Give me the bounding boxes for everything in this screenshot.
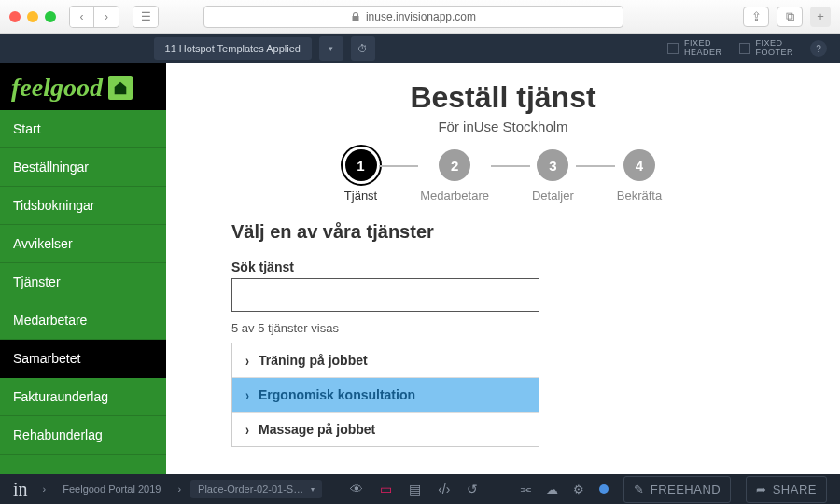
service-item[interactable]: ›Träning på jobbet [232,343,539,378]
sidebar-toggle-icon[interactable]: ☰ [133,7,158,27]
fixed-header-toggle[interactable]: FIXED HEADER [667,39,722,58]
build-mode-icon[interactable]: ▭ [380,482,392,497]
sidebar-item-start[interactable]: Start [0,110,166,148]
share-link-icon[interactable]: ⫘ [519,483,531,497]
service-item[interactable]: ›Ergonomisk konsultation [232,378,539,413]
traffic-lights [9,11,56,22]
breadcrumb-screen[interactable]: Place-Order-02-01-S… ▾ [190,480,322,498]
step-3[interactable]: 3Detaljer [532,149,574,203]
step-label: Detaljer [532,189,574,203]
service-label: Ergonomisk konsultation [259,387,415,402]
cloud-icon[interactable]: ☁ [546,483,558,497]
sidebar-item-beställningar[interactable]: Beställningar [0,148,166,187]
step-circle: 2 [439,149,470,181]
share-button[interactable]: ➦SHARE [746,476,827,503]
step-connector [491,165,530,167]
invision-bottom-bar: in › Feelgood Portal 2019 › Place-Order-… [0,474,840,504]
help-icon[interactable]: ? [810,40,827,57]
logo-text: feelgood [11,73,103,103]
invision-logo-icon[interactable]: in [13,479,28,500]
invision-top-right: FIXED HEADER FIXED FOOTER ? [667,39,827,58]
address-text: inuse.invisionapp.com [366,10,476,23]
logo[interactable]: feelgood [11,73,155,103]
address-bar[interactable]: inuse.invisionapp.com [203,6,623,28]
sidebar-item-rehabunderlag[interactable]: Rehabunderlag [0,416,166,455]
invision-hotspot-controls: 11 Hotspot Templates Applied ▾ ⏱ [154,36,375,61]
chevron-right-icon: › [245,385,249,404]
breadcrumb-project[interactable]: Feelgood Portal 2019 [55,480,168,498]
hotspot-templates-pill[interactable]: 11 Hotspot Templates Applied [154,37,312,60]
freehand-button[interactable]: ✎FREEHAND [623,476,731,503]
step-label: Medarbetare [420,189,489,203]
checkbox-icon [667,43,679,54]
mac-window-chrome: ‹ › ☰ inuse.invisionapp.com ⇪ ⧉ + [0,0,840,34]
back-button[interactable]: ‹ [70,7,94,27]
sidebar: feelgood StartBeställningarTidsbokningar… [0,63,166,474]
step-4[interactable]: 4Bekräfta [617,149,662,203]
tabs-icon[interactable]: ⧉ [777,7,803,27]
service-label: Träning på jobbet [259,353,368,368]
house-icon [108,76,133,100]
checkbox-icon [739,43,750,54]
breadcrumb-chevron-icon: › [43,483,47,495]
timer-icon[interactable]: ⏱ [351,36,375,61]
search-label: Sök tjänst [231,259,775,274]
comment-mode-icon[interactable]: ▤ [409,482,421,497]
bottom-right-icons: ⫘ ☁ ⚙ ✎FREEHAND ➦SHARE [519,476,827,503]
forward-button[interactable]: › [94,7,119,27]
step-circle: 4 [623,149,655,181]
logo-box: feelgood [0,63,166,110]
sidebar-item-tidsbokningar[interactable]: Tidsbokningar [0,187,166,225]
new-tab-button[interactable]: + [810,7,831,27]
step-circle: 1 [345,149,377,181]
history-mode-icon[interactable]: ↺ [467,482,478,497]
minimize-window-icon[interactable] [27,11,38,22]
status-dot-icon[interactable] [599,484,609,494]
app-frame: feelgood StartBeställningarTidsbokningar… [0,63,840,474]
share-icon[interactable]: ⇪ [743,7,769,27]
hotspot-dropdown-icon[interactable]: ▾ [319,36,343,61]
nav-back-forward: ‹ › [69,6,119,28]
step-label: Tjänst [344,189,377,203]
service-list: ›Träning på jobbet›Ergonomisk konsultati… [231,343,539,447]
sidebar-item-medarbetare[interactable]: Medarbetare [0,301,166,340]
stepper: 1Tjänst2Medarbetare3Detaljer4Bekräfta [231,149,775,203]
chevron-right-icon: › [245,351,249,370]
service-item[interactable]: ›Massage på jobbet [232,413,539,446]
sidebar-item-samarbetet[interactable]: Samarbetet [0,340,166,378]
sidebar-nav: StartBeställningarTidsbokningarAvvikelse… [0,110,166,455]
result-count: 5 av 5 tjänster visas [231,321,775,335]
mac-right-buttons: ⇪ ⧉ + [743,7,831,27]
close-window-icon[interactable] [9,11,21,22]
preview-mode-icon[interactable]: 👁 [350,482,363,497]
sidebar-toggle-group: ☰ [133,6,159,28]
lock-icon [351,12,360,21]
settings-gear-icon[interactable]: ⚙ [573,483,584,497]
mode-icons: 👁 ▭ ▤ ‹/› ↺ [350,482,478,497]
fixed-header-label: FIXED HEADER [684,39,722,58]
main-content: Beställ tjänst För inUse Stockholm 1Tjän… [166,63,840,474]
step-circle: 3 [537,149,568,181]
invision-top-bar: 11 Hotspot Templates Applied ▾ ⏱ FIXED H… [0,34,840,63]
fixed-footer-label: FIXED FOOTER [756,39,794,58]
page-title: Beställ tjänst [231,80,775,115]
step-1[interactable]: 1Tjänst [344,149,377,203]
search-input[interactable] [231,278,539,312]
step-connector [379,165,418,167]
maximize-window-icon[interactable] [45,11,56,22]
step-label: Bekräfta [617,189,662,203]
sidebar-item-tjänster[interactable]: Tjänster [0,263,166,301]
sidebar-item-fakturaunderlag[interactable]: Fakturaunderlag [0,378,166,416]
section-heading: Välj en av våra tjänster [231,221,775,243]
inspect-mode-icon[interactable]: ‹/› [438,482,450,497]
service-label: Massage på jobbet [259,422,375,437]
sidebar-item-avvikelser[interactable]: Avvikelser [0,225,166,263]
step-2[interactable]: 2Medarbetare [420,149,489,203]
chevron-right-icon: › [245,420,249,439]
breadcrumb-chevron-icon: › [177,483,181,495]
step-connector [576,165,615,167]
fixed-footer-toggle[interactable]: FIXED FOOTER [739,39,794,58]
page-subtitle: För inUse Stockholm [231,119,775,134]
